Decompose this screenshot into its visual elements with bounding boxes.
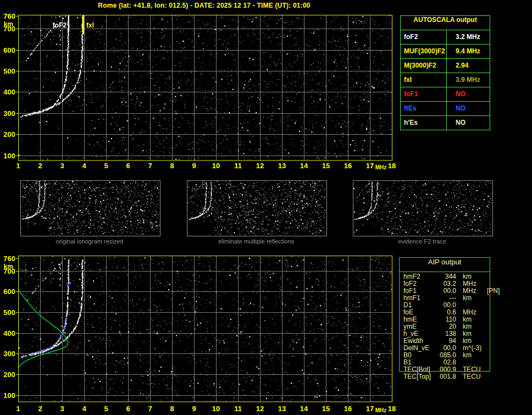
x-axis-tick-label: 11: [231, 162, 245, 169]
aip-table-row: hmF1---km: [403, 295, 513, 302]
x-axis-tick-label: 4: [77, 405, 91, 412]
aip-table-row: ymE20km: [403, 323, 513, 330]
aip-output-rows: hmF2344kmfoF203.2MHzfoF100.0MHz[PN]hmF1-…: [403, 273, 513, 380]
y-axis-tick-label: 300: [0, 350, 15, 357]
x-axis-tick-label: 5: [99, 162, 113, 169]
thumbnail-caption: original ionogram resized: [24, 238, 156, 245]
aip-table-row: hmF2344km: [403, 273, 513, 280]
autoscala-screen: Rome (lat: +41.8, lon: 012.5) - DATE: 20…: [0, 0, 532, 415]
autoscala-row-value: NO: [447, 116, 490, 130]
aip-table-row: D100.0: [403, 302, 513, 309]
aip-row-unit: km: [463, 295, 487, 302]
y-axis-tick-label: 500: [0, 309, 15, 316]
x-axis-tick-label: 10: [209, 162, 223, 169]
x-axis-tick-label: 6: [121, 162, 135, 169]
x-axis-tick-label: 15: [319, 405, 333, 412]
y-axis-tick-label: 100: [0, 392, 15, 399]
thumbnail-evidence-f2-trace: [353, 180, 493, 236]
thumbnail-eliminate-reflections: [187, 180, 327, 236]
aip-table-row: TEC[Top]001.8TECU: [403, 373, 513, 380]
thumbnail-original-ionogram: [20, 180, 160, 236]
y-axis-tick-label: 200: [0, 371, 15, 378]
autoscala-table-row: MUF(3000)F29.4 MHz: [401, 44, 490, 58]
x-axis-tick-label: 3: [55, 162, 69, 169]
x-axis-tick-label: 4: [77, 162, 91, 169]
aip-row-unit: km: [463, 352, 487, 359]
thumbnail-caption: eliminate multiple reflections: [190, 238, 322, 245]
aip-table-row: foE0.6MHz: [403, 309, 513, 316]
y-axis-tick-label: 760: [0, 13, 15, 20]
aip-row-note: [PN]: [487, 287, 500, 295]
autoscala-table-row: h'EsNO: [401, 115, 490, 130]
autoscala-table-row: foF1NO: [401, 87, 490, 101]
x-axis-tick-label: 9: [187, 162, 201, 169]
autoscala-row-value: 2.94: [447, 59, 490, 73]
station-title: Rome (lat: +41.8, lon: 012.5) - DATE: 20…: [16, 2, 392, 9]
x-axis-unit-label: MHz: [374, 408, 388, 413]
x-axis-tick-label: 16: [341, 162, 355, 169]
x-axis-tick-label: 13: [275, 162, 289, 169]
x-axis-tick-label: 6: [121, 405, 135, 412]
autoscala-row-label: h'Es: [401, 116, 447, 130]
y-axis-tick-label: 400: [0, 330, 15, 337]
x-axis-tick-label: 12: [253, 405, 267, 412]
x-axis-tick-label: 9: [187, 405, 201, 412]
y-axis-tick-label: 100: [0, 152, 15, 159]
x-axis-tick-label: 14: [297, 162, 311, 169]
y-axis-tick-label: 600: [0, 288, 15, 295]
x-axis-tick-label: 5: [99, 405, 113, 412]
y-axis-tick-label: 300: [0, 110, 15, 117]
autoscala-row-value: 3.9 MHz: [447, 73, 490, 87]
autoscala-table-row: ftEsNO: [401, 101, 490, 115]
x-axis-tick-label: 14: [297, 405, 311, 412]
x-axis-tick-label: 1: [11, 405, 25, 412]
x-axis-tick-label: 3: [55, 405, 69, 412]
x-axis-tick-label: 15: [319, 162, 333, 169]
autoscala-output-table: AUTOSCALA output foF23.2 MHzMUF(3000)F29…: [400, 15, 490, 130]
x-axis-tick-label: 13: [275, 405, 289, 412]
y-axis-tick-label: 600: [0, 47, 15, 54]
autoscala-row-value: NO: [447, 102, 490, 115]
aip-table-row: B0085.0km: [403, 352, 513, 359]
y-axis-tick-label: 200: [0, 131, 15, 138]
y-axis-tick-label: 400: [0, 88, 15, 96]
aip-row-label: TEC[Top]: [403, 373, 435, 380]
x-axis-tick-label: 7: [143, 405, 157, 412]
x-axis-tick-label: 1: [11, 162, 25, 169]
autoscala-table-title: AUTOSCALA output: [401, 16, 490, 30]
autoscala-row-value: NO: [447, 87, 490, 101]
autoscala-row-label: M(3000)F2: [401, 59, 447, 73]
aip-table-row: DelN_vE00.0m^(-3): [403, 345, 513, 352]
autoscala-table-row: foF23.2 MHz: [401, 30, 490, 44]
x-axis-tick-label: 8: [165, 162, 179, 169]
autoscala-table-row: M(3000)F22.94: [401, 58, 490, 73]
autoscala-table-row: fxI3.9 MHz: [401, 73, 490, 87]
bottom-ionogram-plot: [16, 256, 392, 402]
x-axis-tick-label: 12: [253, 162, 267, 169]
autoscala-row-label: ftEs: [401, 102, 447, 115]
y-axis-unit-label: km: [0, 21, 13, 27]
x-axis-unit-label: MHz: [374, 165, 388, 170]
y-axis-tick-label: 500: [0, 68, 15, 75]
y-axis-tick-label: 760: [0, 255, 15, 262]
autoscala-row-label: foF1: [401, 87, 447, 101]
autoscala-row-label: MUF(3000)F2: [401, 45, 447, 58]
x-axis-tick-label: 7: [143, 162, 157, 169]
x-axis-tick-label: 11: [231, 405, 245, 412]
x-axis-tick-label: 16: [341, 405, 355, 412]
y-axis-unit-label: km: [0, 263, 13, 270]
aip-row-unit: TECU: [463, 373, 487, 380]
aip-row-value: 001.8: [435, 373, 456, 380]
x-axis-tick-label: 8: [165, 405, 179, 412]
x-axis-tick-label: 10: [209, 405, 223, 412]
autoscala-row-value: 3.2 MHz: [447, 30, 490, 44]
autoscala-row-label: foF2: [401, 30, 447, 44]
autoscala-row-value: 9.4 MHz: [447, 45, 490, 58]
aip-table-title: AIP output: [400, 258, 490, 272]
autoscala-row-label: fxI: [401, 73, 447, 87]
x-axis-tick-label: 2: [33, 162, 47, 169]
x-axis-tick-label: 2: [33, 405, 47, 412]
aip-table-row: hmE110km: [403, 316, 513, 323]
top-ionogram-plot: [16, 15, 392, 161]
thumbnail-caption: evidence F2 trace: [356, 238, 488, 245]
